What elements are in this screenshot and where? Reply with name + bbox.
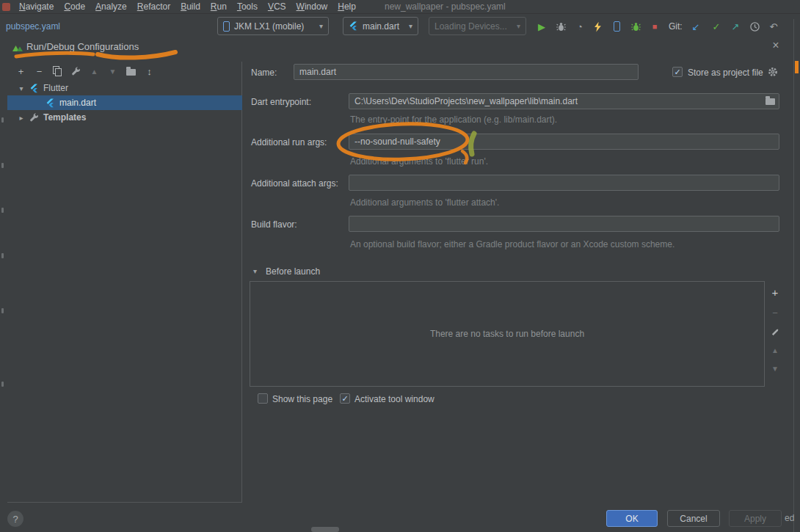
phone-icon <box>614 21 620 32</box>
device-selector-value: JKM LX1 (mobile) <box>234 21 304 32</box>
flutter-icon <box>349 21 358 31</box>
ide-window: Navigate Code Analyze Refactor Build Run… <box>0 0 800 532</box>
sort-configurations-button[interactable]: ↕ <box>145 66 154 77</box>
window-title: new_wallpaper - pubspec.yaml <box>385 1 506 12</box>
left-tool-stripe-mark <box>1 308 4 313</box>
device-tools-button[interactable] <box>609 19 624 34</box>
bug-icon <box>556 21 567 32</box>
add-task-button[interactable]: + <box>768 285 782 299</box>
store-as-project-file-checkbox[interactable]: ✓ <box>672 67 683 77</box>
entrypoint-input[interactable] <box>349 93 779 109</box>
menu-run[interactable]: Run <box>206 1 232 12</box>
run-args-label: Additional run args: <box>251 137 327 147</box>
edit-templates-button[interactable] <box>71 67 81 76</box>
menu-tools[interactable]: Tools <box>232 1 263 12</box>
apply-button[interactable]: Apply <box>729 510 782 527</box>
edit-task-button[interactable] <box>768 325 782 338</box>
tree-item-main-dart[interactable]: main.dart <box>7 95 242 110</box>
build-flavor-input[interactable] <box>349 216 779 232</box>
move-task-down-button[interactable]: ▼ <box>768 362 782 375</box>
build-flavor-help: An optional build flavor; either a Gradl… <box>350 239 674 249</box>
remove-task-button[interactable]: − <box>768 306 782 319</box>
left-tool-stripe-mark <box>1 253 4 258</box>
run-config-dialog-icon <box>12 42 23 52</box>
phone-icon <box>223 21 230 32</box>
copy-icon <box>53 66 62 76</box>
chevron-right-icon: ▸ <box>18 114 25 122</box>
git-rollback-button[interactable]: ↶ <box>766 19 781 34</box>
debug-button[interactable] <box>553 19 568 34</box>
hot-reload-button[interactable] <box>590 19 605 34</box>
folder-icon <box>766 98 775 105</box>
tree-item-templates[interactable]: ▸ Templates <box>7 110 242 125</box>
check-icon: ✓ <box>674 68 680 76</box>
tree-item-label: main.dart <box>59 98 96 108</box>
menu-window[interactable]: Window <box>291 1 333 12</box>
horizontal-scrollbar-thumb[interactable] <box>311 527 339 532</box>
run-button[interactable]: ▶ <box>534 19 549 34</box>
left-tool-stripe-mark <box>1 382 4 387</box>
window-icon <box>2 3 10 11</box>
git-update-button[interactable]: ↙ <box>688 19 703 34</box>
before-launch-empty-text: There are no tasks to run before launch <box>430 329 584 339</box>
browse-folder-button[interactable] <box>764 96 776 106</box>
close-icon[interactable]: × <box>769 39 782 52</box>
add-configuration-button[interactable]: + <box>16 66 26 77</box>
ok-button[interactable]: OK <box>606 510 658 527</box>
run-config-selector-value: main.dart <box>363 21 399 32</box>
name-input[interactable] <box>294 64 639 80</box>
git-history-button[interactable] <box>747 19 762 34</box>
run-config-selector[interactable]: main.dart ▾ <box>343 17 418 35</box>
before-launch-label[interactable]: Before launch <box>266 266 320 277</box>
attach-args-label: Additional attach args: <box>251 178 338 189</box>
check-icon: ✓ <box>341 395 348 403</box>
wrench-icon <box>71 67 81 76</box>
chevron-down-icon: ▾ <box>517 22 520 30</box>
menu-help[interactable]: Help <box>332 1 361 12</box>
attach-args-help: Additional arguments to 'flutter attach'… <box>350 197 499 208</box>
git-commit-button[interactable]: ✓ <box>709 19 724 34</box>
clock-icon <box>749 21 760 32</box>
before-launch-task-list[interactable]: There are no tasks to run before launch <box>250 281 765 387</box>
move-up-button[interactable]: ▲ <box>90 68 99 76</box>
chevron-down-icon[interactable]: ▾ <box>253 267 257 275</box>
entrypoint-label: Dart entrypoint: <box>251 97 311 107</box>
flutter-icon <box>46 98 55 108</box>
left-tool-stripe-mark <box>1 163 4 168</box>
menu-bar: Navigate Code Analyze Refactor Build Run… <box>0 0 800 14</box>
menu-code[interactable]: Code <box>59 1 90 12</box>
chevron-down-icon: ▾ <box>409 22 412 30</box>
stop-button[interactable]: ■ <box>647 19 662 34</box>
move-task-up-button[interactable]: ▲ <box>768 343 782 357</box>
run-args-input[interactable] <box>349 134 779 150</box>
remove-configuration-button[interactable]: − <box>34 66 44 77</box>
attach-args-input[interactable] <box>349 175 779 191</box>
profile-button[interactable]: ◔ <box>572 19 587 34</box>
menu-vcs[interactable]: VCS <box>263 1 291 12</box>
menu-navigate[interactable]: Navigate <box>14 1 59 12</box>
annotation-underline-2 <box>98 52 175 58</box>
statusbar-partial-text: ed <box>785 513 794 523</box>
move-down-button[interactable]: ▼ <box>108 68 117 76</box>
breadcrumb[interactable]: pubspec.yaml <box>6 21 60 32</box>
activate-tool-window-checkbox[interactable]: ✓ <box>340 393 350 404</box>
run-args-help: Additional arguments to 'flutter run'. <box>350 156 488 167</box>
menu-build[interactable]: Build <box>175 1 206 12</box>
tree-toolbar: + − ▲ ▼ ↕ <box>16 65 154 78</box>
device-selector[interactable]: JKM LX1 (mobile) ▾ <box>217 17 329 35</box>
create-folder-button[interactable] <box>126 67 136 76</box>
menu-analyze[interactable]: Analyze <box>90 1 132 12</box>
devices-selector[interactable]: Loading Devices... ▾ <box>429 17 526 35</box>
cancel-button[interactable]: Cancel <box>667 510 720 527</box>
chevron-down-icon: ▾ <box>18 84 25 92</box>
tree-group-flutter[interactable]: ▾ Flutter <box>7 81 242 95</box>
menu-refactor[interactable]: Refactor <box>132 1 175 12</box>
attach-debugger-button[interactable] <box>628 19 643 34</box>
copy-configuration-button[interactable] <box>53 66 62 76</box>
git-push-button[interactable]: ↗ <box>728 19 743 34</box>
entrypoint-help: The entry-point for the application (e.g… <box>350 114 557 125</box>
help-button[interactable]: ? <box>7 511 23 527</box>
gear-icon[interactable] <box>768 67 778 77</box>
show-this-page-checkbox[interactable] <box>258 393 268 404</box>
name-label: Name: <box>251 68 277 78</box>
